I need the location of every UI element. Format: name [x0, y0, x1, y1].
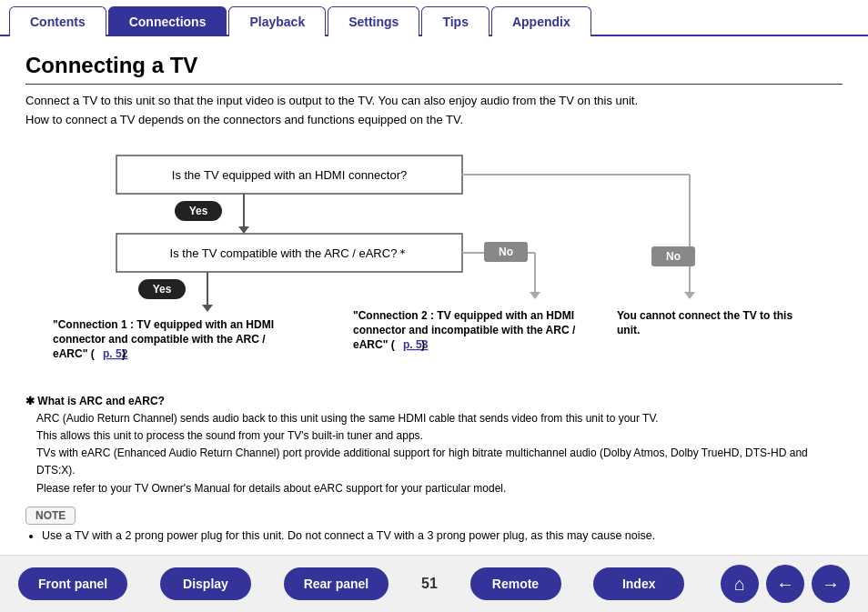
- flowchart-area: Is the TV equipped with an HDMI connecto…: [25, 146, 843, 386]
- tab-appendix[interactable]: Appendix: [491, 6, 591, 36]
- page-title: Connecting a TV: [25, 53, 843, 85]
- arc-note-title: ✱ What is ARC and eARC?: [25, 393, 843, 410]
- svg-marker-14: [530, 292, 540, 299]
- intro-text: Connect a TV to this unit so that the in…: [25, 92, 843, 130]
- svg-text:Is the TV equipped with an HDM: Is the TV equipped with an HDMI connecto…: [172, 168, 407, 182]
- svg-text:eARC" (: eARC" (: [53, 347, 95, 360]
- svg-marker-9: [202, 305, 213, 312]
- home-button[interactable]: ⌂: [721, 565, 759, 603]
- svg-text:): ): [421, 338, 425, 351]
- front-panel-button[interactable]: Front panel: [18, 567, 127, 600]
- svg-text:No: No: [499, 246, 513, 258]
- svg-text:No: No: [666, 250, 681, 263]
- svg-text:unit.: unit.: [617, 324, 640, 336]
- back-button[interactable]: ←: [766, 565, 804, 603]
- arc-line3: TVs with eARC (Enhanced Audio Return Cha…: [36, 445, 843, 479]
- tab-connections[interactable]: Connections: [108, 6, 227, 36]
- main-content: Connecting a TV Connect a TV to this uni…: [0, 36, 868, 551]
- tab-playback[interactable]: Playback: [228, 6, 326, 36]
- svg-text:Yes: Yes: [189, 205, 208, 217]
- note-label: NOTE: [25, 507, 76, 525]
- rear-panel-button[interactable]: Rear panel: [284, 567, 389, 600]
- svg-text:Is the TV compatible with the : Is the TV compatible with the ARC / eARC…: [170, 246, 409, 260]
- svg-text:Yes: Yes: [153, 283, 172, 296]
- note-item: Use a TV with a 2 prong power plug for t…: [42, 529, 843, 542]
- note-section: NOTE Use a TV with a 2 prong power plug …: [25, 507, 843, 542]
- svg-text:"Connection 1 : TV equipped wi: "Connection 1 : TV equipped with an HDMI: [53, 318, 274, 331]
- flowchart-svg: Is the TV equipped with an HDMI connecto…: [25, 146, 817, 383]
- index-button[interactable]: Index: [593, 567, 684, 600]
- svg-text:connector and compatible with : connector and compatible with the ARC /: [53, 333, 266, 346]
- svg-marker-3: [238, 226, 249, 234]
- tab-settings[interactable]: Settings: [328, 6, 419, 36]
- svg-text:): ): [122, 347, 126, 360]
- arc-line1: ARC (Audio Return Channel) sends audio b…: [36, 410, 843, 427]
- arc-line2: This allows this unit to process the sou…: [36, 427, 843, 445]
- nav-bar: Contents Connections Playback Settings T…: [0, 5, 868, 36]
- svg-text:"Connection 2 : TV equipped wi: "Connection 2 : TV equipped with an HDMI: [353, 309, 574, 322]
- svg-text:You cannot connect the TV to t: You cannot connect the TV to this: [617, 309, 792, 322]
- page-number: 51: [421, 576, 438, 592]
- svg-marker-19: [684, 292, 695, 299]
- arc-line4: Please refer to your TV Owner's Manual f…: [36, 480, 843, 497]
- arc-note: ✱ What is ARC and eARC? ARC (Audio Retur…: [25, 393, 843, 497]
- note-list: Use a TV with a 2 prong power plug for t…: [42, 529, 843, 542]
- remote-button[interactable]: Remote: [470, 567, 561, 600]
- nav-icons: ⌂ ← →: [717, 565, 850, 603]
- display-button[interactable]: Display: [160, 567, 251, 600]
- tab-contents[interactable]: Contents: [9, 6, 106, 36]
- svg-text:eARC" (: eARC" (: [353, 338, 395, 351]
- svg-text:connector and incompatible wit: connector and incompatible with the ARC …: [353, 324, 576, 336]
- forward-button[interactable]: →: [812, 565, 850, 603]
- bottom-bar: Front panel Display Rear panel 51 Remote…: [0, 555, 868, 612]
- tab-tips[interactable]: Tips: [421, 6, 490, 36]
